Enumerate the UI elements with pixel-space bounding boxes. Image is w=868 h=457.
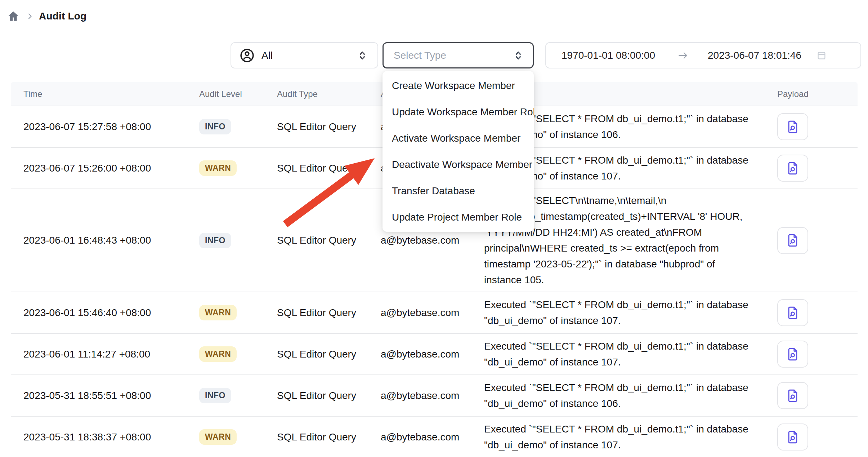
payload-view-button[interactable] (777, 299, 808, 326)
arrow-right-icon (677, 50, 688, 61)
audit-log-page: Audit Log All Select Type (0, 0, 868, 457)
unfold-icon (357, 50, 368, 61)
row-comment: Executed `"SELECT * FROM db_ui_demo.t1;"… (484, 376, 764, 415)
table-row: 2023-05-31 18:55:51 +08:00 INFO SQL Edit… (11, 375, 858, 417)
date-range-picker[interactable]: 1970-01-01 08:00:00 2023-06-07 18:01:46 (545, 42, 861, 68)
row-time: 2023-06-01 16:48:43 +08:00 (23, 235, 199, 246)
payload-view-button[interactable] (777, 423, 808, 451)
date-range-start[interactable]: 1970-01-01 08:00:00 (561, 50, 655, 61)
row-audit-type: SQL Editor Query (277, 307, 381, 319)
audit-level-badge: WARN (199, 305, 237, 320)
filter-bar: All Select Type 1970-01-01 08:00:00 (0, 42, 868, 68)
audit-level-badge: WARN (199, 160, 237, 176)
row-actor: a@bytebase.com (381, 349, 484, 360)
audit-level-badge: WARN (199, 429, 237, 445)
type-filter-select[interactable]: Select Type (382, 42, 534, 68)
file-search-icon (785, 161, 800, 176)
type-menu-option[interactable]: Update Project Member Role (382, 204, 534, 230)
file-search-icon (785, 347, 800, 362)
home-icon[interactable] (6, 9, 20, 23)
file-search-icon (785, 388, 800, 403)
calendar-icon (816, 50, 827, 61)
row-time: 2023-06-07 15:27:58 +08:00 (23, 121, 199, 133)
payload-view-button[interactable] (777, 155, 808, 182)
row-actor: a@bytebase.com (381, 390, 484, 401)
payload-view-button[interactable] (777, 382, 808, 409)
audit-level-badge: WARN (199, 346, 237, 362)
row-time: 2023-06-01 15:46:40 +08:00 (23, 307, 199, 319)
col-header-audit-level: Audit Level (199, 89, 277, 99)
type-menu-option[interactable]: Transfer Database (382, 178, 534, 204)
row-actor: a@bytebase.com (381, 235, 484, 246)
file-search-icon (785, 430, 800, 445)
unfold-icon (513, 50, 524, 61)
row-time: 2023-05-31 18:38:37 +08:00 (23, 431, 199, 443)
date-range-end[interactable]: 2023-06-07 18:01:46 (708, 50, 801, 61)
table-row: 2023-06-01 11:14:27 +08:00 WARN SQL Edit… (11, 334, 858, 375)
type-select-menu: Create Workspace Member Update Workspace… (382, 71, 534, 232)
file-search-icon (785, 233, 800, 248)
type-filter-placeholder: Select Type (394, 50, 513, 61)
row-time: 2023-06-01 11:14:27 +08:00 (23, 349, 199, 360)
type-menu-option[interactable]: Deactivate Workspace Member (382, 151, 534, 178)
file-search-icon (785, 119, 800, 134)
audit-level-badge: INFO (199, 119, 231, 134)
col-header-time: Time (23, 89, 199, 99)
row-audit-type: SQL Editor Query (277, 431, 381, 443)
row-audit-type: SQL Editor Query (277, 390, 381, 401)
table-row: 2023-05-31 18:38:37 +08:00 WARN SQL Edit… (11, 417, 858, 457)
row-comment: Executed `"SELECT * FROM db_ui_demo.t1;"… (484, 335, 764, 374)
actor-filter-value: All (261, 50, 357, 61)
user-circle-icon (239, 48, 255, 63)
row-actor: a@bytebase.com (381, 431, 484, 443)
table-row: 2023-06-01 15:46:40 +08:00 WARN SQL Edit… (11, 292, 858, 334)
page-title: Audit Log (39, 10, 86, 22)
payload-view-button[interactable] (777, 341, 808, 368)
audit-level-badge: INFO (199, 233, 231, 248)
row-audit-type: SQL Editor Query (277, 163, 381, 174)
file-search-icon (785, 305, 800, 320)
breadcrumb: Audit Log (6, 9, 86, 23)
row-actor: a@bytebase.com (381, 307, 484, 319)
payload-view-button[interactable] (777, 113, 808, 140)
chevron-right-icon (26, 12, 34, 20)
type-menu-option[interactable]: Update Workspace Member Role (382, 99, 534, 125)
row-audit-type: SQL Editor Query (277, 235, 381, 246)
row-comment: Executed `"SELECT * FROM db_ui_demo.t1;"… (484, 293, 764, 332)
col-header-audit-type: Audit Type (277, 89, 381, 99)
col-header-payload: Payload (764, 89, 868, 99)
row-comment: Executed `"SELECT * FROM db_ui_demo.t1;"… (484, 418, 764, 457)
row-time: 2023-05-31 18:55:51 +08:00 (23, 390, 199, 401)
row-audit-type: SQL Editor Query (277, 349, 381, 360)
type-menu-option[interactable]: Activate Workspace Member (382, 125, 534, 151)
type-menu-option[interactable]: Create Workspace Member (382, 72, 534, 99)
row-time: 2023-06-07 15:26:00 +08:00 (23, 163, 199, 174)
actor-filter-select[interactable]: All (231, 42, 378, 68)
audit-level-badge: INFO (199, 388, 231, 403)
row-audit-type: SQL Editor Query (277, 121, 381, 133)
payload-view-button[interactable] (777, 227, 808, 254)
